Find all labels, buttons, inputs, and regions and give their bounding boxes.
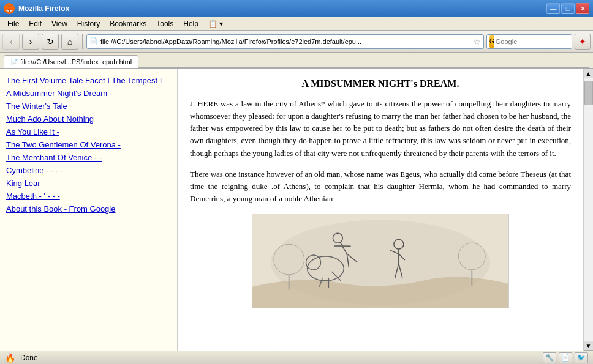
bookmark-star-icon[interactable]: ☆: [473, 37, 481, 46]
close-button[interactable]: ✕: [576, 3, 589, 14]
addon-button[interactable]: ✦: [575, 34, 591, 50]
search-bar[interactable]: G 🔍: [486, 34, 572, 49]
sidebar-link-10[interactable]: About this Book - From Google: [6, 204, 171, 214]
content-area[interactable]: A MIDSUMMER NIGHT's DREAM. J. HERE was a…: [178, 69, 583, 351]
statusbar-icon: 🔥: [5, 353, 15, 363]
titlebar-left: 🦊 Mozilla Firefox: [4, 3, 69, 14]
menu-help[interactable]: Help: [178, 18, 203, 29]
maximize-button[interactable]: □: [561, 3, 575, 14]
home-button[interactable]: ⌂: [61, 34, 78, 50]
main-area: The First Volume Tale Facet I The Tempes…: [0, 69, 593, 351]
content-illustration: [252, 214, 509, 308]
address-input[interactable]: [100, 38, 470, 45]
scrollbar[interactable]: ▲ ▼: [583, 69, 593, 351]
toolbar: ‹ › ↻ ⌂ 📄 ☆ G 🔍 ✦: [0, 31, 593, 53]
status-page-btn[interactable]: 📄: [559, 352, 572, 363]
sidebar-link-5[interactable]: The Two Gentlemen Of Verona -: [6, 140, 171, 149]
menubar: File Edit View History Bookmarks Tools H…: [0, 17, 593, 31]
sidebar-link-2[interactable]: The Winter's Tale: [6, 102, 171, 111]
back-button[interactable]: ‹: [2, 34, 20, 50]
content-paragraph-1: J. HERE was a law in the city of Athens*…: [190, 98, 571, 160]
scroll-thumb[interactable]: [584, 81, 593, 105]
sidebar-link-8[interactable]: King Lear: [6, 179, 171, 188]
sidebar-link-9[interactable]: Macbeth - ' - - -: [6, 191, 171, 201]
content-title: A MIDSUMMER NIGHT's DREAM.: [190, 78, 571, 89]
page-icon: 📄: [89, 37, 98, 45]
sidebar-link-7[interactable]: Cymbeline - - - -: [6, 166, 171, 175]
menu-view[interactable]: View: [47, 18, 72, 29]
statusbar-right: 🔧 📄 🐦: [543, 352, 588, 363]
titlebar-title: Mozilla Firefox: [18, 4, 69, 13]
statusbar-text: Done: [20, 354, 538, 362]
sidebar-link-3[interactable]: Much Ado About Nothing: [6, 114, 171, 124]
titlebar-controls[interactable]: — □ ✕: [546, 3, 589, 14]
sidebar: The First Volume Tale Facet I The Tempes…: [0, 69, 178, 351]
scroll-down-button[interactable]: ▼: [584, 341, 594, 351]
tabbar-fill: [138, 67, 589, 68]
sidebar-link-1[interactable]: A Midsummer Night's Dream -: [6, 89, 171, 98]
reload-button[interactable]: ↻: [42, 34, 59, 50]
menu-history[interactable]: History: [72, 18, 105, 29]
tab-page-icon: 📄: [10, 59, 18, 65]
tabbar: 📄 file:///C:/Users/l...PS/index_epub.htm…: [0, 53, 593, 69]
sidebar-link-6[interactable]: The Merchant Of Venice - -: [6, 153, 171, 162]
search-engine-icon[interactable]: G: [489, 35, 494, 48]
minimize-button[interactable]: —: [546, 3, 560, 14]
menu-extension[interactable]: 📋 ▾: [203, 18, 228, 29]
status-share-btn[interactable]: 🐦: [575, 352, 588, 363]
sidebar-link-0[interactable]: The First Volume Tale Facet I The Tempes…: [6, 76, 171, 85]
active-tab[interactable]: 📄 file:///C:/Users/l...PS/index_epub.htm…: [4, 55, 138, 68]
content-paragraph-2: There was one instance however of an old…: [190, 168, 571, 205]
search-input[interactable]: [496, 38, 580, 45]
menu-edit[interactable]: Edit: [24, 18, 47, 29]
menu-tools[interactable]: Tools: [151, 18, 178, 29]
statusbar: 🔥 Done 🔧 📄 🐦: [0, 351, 593, 364]
menu-file[interactable]: File: [2, 18, 24, 29]
scroll-up-button[interactable]: ▲: [584, 69, 594, 78]
firefox-icon: 🦊: [4, 3, 15, 14]
tab-label: file:///C:/Users/l...PS/index_epub.html: [20, 58, 132, 65]
menu-bookmarks[interactable]: Bookmarks: [105, 18, 151, 29]
sidebar-link-4[interactable]: As You Like It -: [6, 127, 171, 136]
titlebar: 🦊 Mozilla Firefox — □ ✕: [0, 0, 593, 17]
forward-button[interactable]: ›: [22, 34, 39, 50]
toolbar-separator: [82, 34, 83, 49]
address-bar[interactable]: 📄 ☆: [86, 34, 484, 49]
status-addon-btn[interactable]: 🔧: [543, 352, 556, 363]
